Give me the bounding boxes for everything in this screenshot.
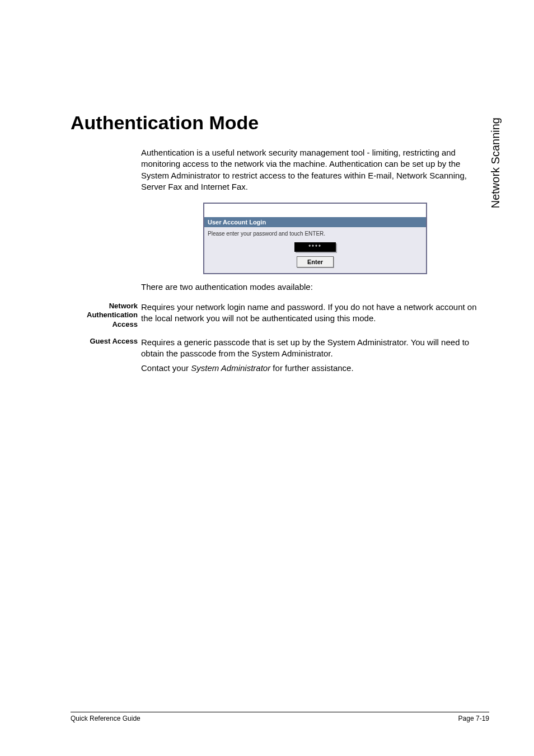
guest-body-2-pre: Contact your [141,363,191,373]
naa-label-line3: Access [112,320,138,328]
side-section-label: Network Scanning [489,118,502,208]
entry-label-naa: Network Authentication Access [71,302,141,329]
entry-network-auth-access: Network Authentication Access Requires y… [71,302,489,329]
page-title: Authentication Mode [71,112,489,134]
intro-paragraph: Authentication is a useful network secur… [141,147,489,192]
footer-right: Page 7-19 [458,715,489,722]
page-footer: Quick Reference Guide Page 7-19 [71,712,489,722]
entry-label-guest: Guest Access [71,337,141,378]
entry-guest-access: Guest Access Requires a generic passcode… [71,337,489,378]
login-hint-text: Please enter your password and touch ENT… [208,231,423,237]
password-display: **** [294,242,336,252]
guest-body-1: Requires a generic passcode that is set … [141,337,489,360]
screenshot-top-strip [204,204,426,217]
guest-body-2: Contact your System Administrator for fu… [141,363,489,374]
naa-body: Requires your network login name and pas… [141,302,489,325]
guest-body-2-post: for further assistance. [270,363,353,373]
login-titlebar: User Account Login [204,217,426,227]
naa-label-line1: Network [109,302,138,310]
naa-label-line2: Authentication [87,311,138,319]
modes-intro: There are two authentication modes avail… [141,282,489,292]
enter-button: Enter [297,256,334,267]
login-screenshot: User Account Login Please enter your pas… [203,203,427,274]
guest-body-2-em: System Administrator [191,363,270,373]
footer-left: Quick Reference Guide [71,715,140,722]
